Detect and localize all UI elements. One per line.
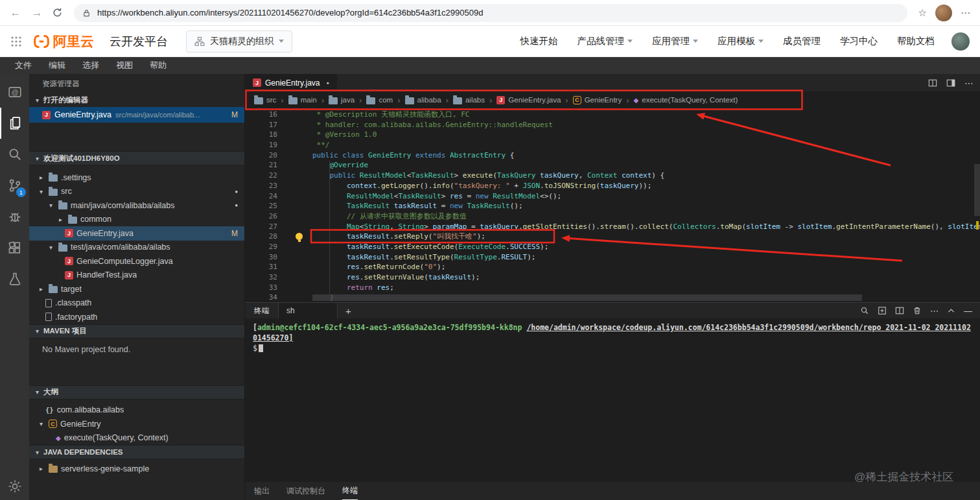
tree-item-label: target <box>61 285 82 294</box>
split-editor-icon[interactable] <box>928 78 937 88</box>
outline-section-header[interactable]: ▾ 大纲 <box>29 385 244 399</box>
menubar-item[interactable]: 帮助 <box>141 60 175 71</box>
explorer-icon[interactable] <box>0 108 29 139</box>
dependency-label: serverless-genie-sample <box>61 464 149 473</box>
extensions-icon[interactable] <box>0 232 29 263</box>
topnav-item[interactable]: 应用管理 <box>652 35 698 47</box>
browser-profile-avatar[interactable] <box>935 5 952 21</box>
horizontal-scrollbar[interactable] <box>312 294 862 301</box>
tree-item[interactable]: ▸.settings <box>29 171 244 185</box>
topnav-item-label: 学习中心 <box>840 35 878 47</box>
tree-item[interactable]: JGenieEntry.javaM <box>29 226 244 241</box>
terminal-search-icon[interactable] <box>860 306 869 315</box>
topnav-item[interactable]: 成员管理 <box>783 35 821 47</box>
settings-gear-icon[interactable] <box>8 479 22 494</box>
forward-icon[interactable]: → <box>30 6 43 19</box>
kill-terminal-icon[interactable] <box>913 306 922 315</box>
tree-item-label: HandlerTest.java <box>76 270 137 280</box>
lightbulb-icon[interactable] <box>296 233 303 240</box>
outline-item[interactable]: {}com.alibaba.ailabs <box>29 403 244 418</box>
breadcrumb-item[interactable]: JGenieEntry.java <box>496 96 561 104</box>
breadcrumb-item[interactable]: java <box>329 96 355 104</box>
java-dependencies-header[interactable]: ▾ JAVA DEPENDENCIES <box>29 445 244 459</box>
panel-tab[interactable]: 终端 <box>342 482 358 500</box>
topnav-item[interactable]: 产品线管理 <box>578 35 633 47</box>
tree-item[interactable]: ▸common <box>29 213 244 227</box>
bookmark-star-icon[interactable]: ☆ <box>918 7 927 19</box>
maximize-panel-icon[interactable] <box>947 307 955 315</box>
user-avatar[interactable] <box>951 32 970 51</box>
breadcrumb-item[interactable]: ◆execute(TaskQuery, Context) <box>634 96 738 104</box>
code-line: 16 * @Description 天猫精灵技能函数入口, FC <box>245 110 980 120</box>
terminal-tab-sh[interactable]: sh <box>278 303 338 318</box>
topnav-item[interactable]: 帮助文档 <box>897 35 935 47</box>
panel-tab[interactable]: 输出 <box>254 482 270 500</box>
url-bar[interactable]: https://workbench.aliyun.com/intersys/20… <box>74 4 907 22</box>
code-line: 31 res.setReturnCode("0"); <box>245 262 980 272</box>
debug-icon[interactable] <box>0 201 29 232</box>
topnav-item[interactable]: 快速开始 <box>520 35 558 47</box>
search-icon[interactable] <box>0 139 29 170</box>
breadcrumb-item[interactable]: com <box>366 96 393 104</box>
refresh-icon[interactable] <box>52 7 63 18</box>
tree-item[interactable]: ▾test/java/com/alibaba/ailabs <box>29 241 244 255</box>
line-number: 32 <box>245 272 277 283</box>
editor-tab[interactable]: J GenieEntry.java ● <box>245 74 337 91</box>
org-selector[interactable]: 天猫精灵的组织 <box>186 30 292 53</box>
more-actions-icon[interactable]: ⋯ <box>964 78 974 88</box>
layout-icon[interactable] <box>946 78 955 88</box>
new-terminal-icon[interactable]: + <box>345 305 351 316</box>
terminal-title[interactable]: 终端 <box>245 306 278 316</box>
maven-section-header[interactable]: ▾ MAVEN 项目 <box>29 324 244 339</box>
test-beaker-icon[interactable] <box>0 263 29 294</box>
open-editors-header[interactable]: ▾ 打开的编辑器 <box>29 93 244 107</box>
breadcrumb-label: alibaba <box>417 96 441 104</box>
breadcrumb-item[interactable]: alibaba <box>405 96 441 104</box>
outline-item[interactable]: ◆execute(TaskQuery, Context) <box>29 431 244 446</box>
source-control-icon[interactable]: 1 <box>0 170 29 201</box>
code-text: * @Version 1.0 <box>312 130 377 140</box>
outline-item[interactable]: ▾CGenieEntry <box>29 417 244 431</box>
dependency-item[interactable]: ▸serverless-genie-sample <box>29 462 244 476</box>
close-panel-icon[interactable]: — <box>964 306 972 316</box>
git-modified-badge: M <box>231 229 238 238</box>
tree-item[interactable]: .factorypath <box>29 310 244 324</box>
breadcrumb-item[interactable]: main <box>288 96 317 104</box>
topnav-item[interactable]: 应用模板 <box>718 35 764 47</box>
breadcrumb-label: execute(TaskQuery, Context) <box>642 96 738 104</box>
tree-item[interactable]: JGenieComputeLogger.java <box>29 254 244 268</box>
gutter: 18 <box>245 130 312 140</box>
project-section-header[interactable]: ▾ 欢迎测试401DH6Y80O <box>29 151 244 165</box>
back-icon[interactable]: ← <box>9 6 22 19</box>
breadcrumb-item[interactable]: ailabs <box>453 96 485 104</box>
code-editor[interactable]: 16 * @Description 天猫精灵技能函数入口, FC17 * han… <box>245 108 980 302</box>
breadcrumb-item[interactable]: src <box>254 96 276 104</box>
tree-item[interactable]: .classpath <box>29 296 244 311</box>
tree-item[interactable]: ▸target <box>29 282 244 296</box>
menubar-item[interactable]: 文件 <box>6 60 40 71</box>
tree-item[interactable]: ▾src● <box>29 185 244 199</box>
aliyun-logo[interactable]: 阿里云 <box>32 32 94 51</box>
breadcrumb-item[interactable]: CGenieEntry <box>573 96 622 104</box>
vertical-scrollbar[interactable] <box>974 164 980 216</box>
split-terminal-icon[interactable] <box>895 306 904 315</box>
panel-tab[interactable]: 调试控制台 <box>286 482 325 500</box>
topnav-item[interactable]: 学习中心 <box>840 35 878 47</box>
open-editor-item[interactable]: J GenieEntry.java src/main/java/com/alib… <box>29 107 244 123</box>
line-number: 18 <box>245 130 277 140</box>
menubar-item[interactable]: 视图 <box>108 60 141 71</box>
app-grid-icon[interactable] <box>10 36 22 47</box>
menubar-item[interactable]: 选择 <box>74 60 108 71</box>
folder-icon <box>288 97 298 104</box>
web-ide-icon[interactable]: @ <box>0 77 29 108</box>
modified-dot-icon[interactable]: ● <box>327 80 329 85</box>
folder-icon <box>254 97 263 104</box>
menubar-item[interactable]: 编辑 <box>40 60 74 71</box>
new-pane-icon[interactable] <box>878 306 887 315</box>
tree-item[interactable]: JHandlerTest.java <box>29 268 244 283</box>
more-actions-icon[interactable]: ⋯ <box>930 306 939 316</box>
browser-menu-icon[interactable]: ⋯ <box>961 7 971 19</box>
terminal-body[interactable]: [admin@cefcf104-62cf-4334-aec5-a956a9a2e… <box>245 318 980 481</box>
tree-item[interactable]: ▾main/java/com/alibaba/ailabs● <box>29 198 244 213</box>
code-text: **/ <box>312 140 330 150</box>
